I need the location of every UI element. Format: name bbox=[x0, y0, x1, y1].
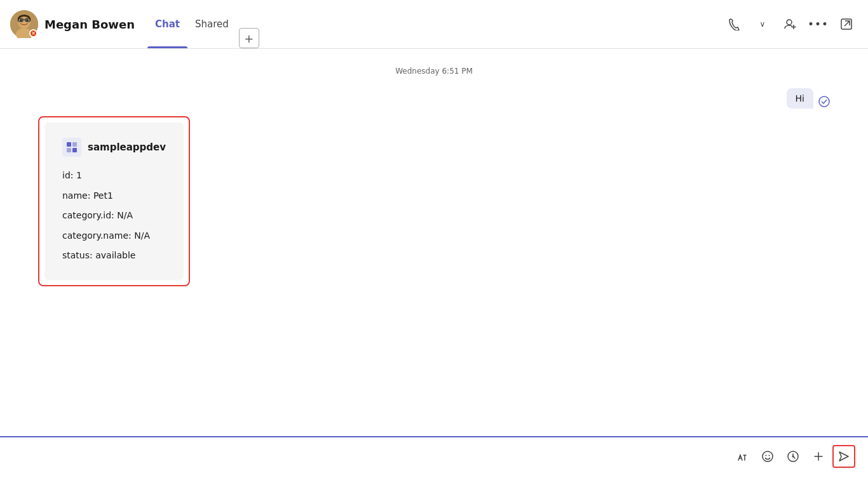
tab-shared[interactable]: Shared bbox=[187, 0, 236, 48]
chat-area: Wednesday 6:51 PM Hi bbox=[0, 49, 868, 436]
input-area bbox=[0, 436, 868, 478]
svg-rect-16 bbox=[67, 148, 71, 152]
svg-rect-17 bbox=[72, 148, 77, 152]
send-icon bbox=[838, 451, 850, 462]
card-field-status: status: available bbox=[62, 249, 166, 262]
add-person-icon bbox=[783, 17, 797, 31]
sticker-icon bbox=[787, 450, 799, 463]
sticker-button[interactable] bbox=[782, 445, 804, 468]
card-message-row: sampleappdev id: 1 name: Pet1 category.i… bbox=[38, 116, 830, 286]
emoji-icon bbox=[761, 450, 774, 463]
format-icon bbox=[736, 450, 749, 463]
add-tab-button[interactable]: + bbox=[239, 28, 259, 48]
add-person-button[interactable] bbox=[779, 13, 802, 36]
svg-point-20 bbox=[769, 455, 770, 456]
tab-area: Chat Shared + bbox=[147, 0, 259, 48]
svg-point-22 bbox=[792, 456, 794, 458]
svg-rect-14 bbox=[67, 142, 71, 147]
call-button[interactable] bbox=[723, 13, 746, 36]
card-app-name: sampleappdev bbox=[88, 142, 166, 153]
header: Megan Bowen Chat Shared + ∨ ••• bbox=[0, 0, 868, 49]
svg-rect-15 bbox=[72, 142, 77, 147]
card-app-icon bbox=[62, 138, 81, 157]
card-outer-border: sampleappdev id: 1 name: Pet1 category.i… bbox=[38, 116, 190, 286]
phone-icon bbox=[728, 18, 741, 30]
check-circle-icon bbox=[818, 96, 830, 107]
message-check-icon bbox=[818, 96, 830, 107]
call-chevron-button[interactable]: ∨ bbox=[751, 13, 774, 36]
card-field-category-id: category.id: N/A bbox=[62, 209, 166, 222]
svg-point-18 bbox=[763, 451, 773, 461]
sent-message-bubble: Hi bbox=[787, 88, 813, 109]
contact-name: Megan Bowen bbox=[44, 18, 135, 31]
app-grid-icon bbox=[65, 141, 78, 154]
format-button[interactable] bbox=[731, 445, 754, 468]
add-button[interactable] bbox=[807, 445, 830, 468]
add-icon bbox=[812, 450, 825, 463]
avatar-status-badge bbox=[29, 29, 37, 37]
card-field-name: name: Pet1 bbox=[62, 190, 166, 202]
more-options-button[interactable]: ••• bbox=[807, 13, 830, 36]
pop-out-button[interactable] bbox=[835, 13, 858, 36]
card-inner: sampleappdev id: 1 name: Pet1 category.i… bbox=[44, 123, 184, 280]
card-header: sampleappdev bbox=[62, 138, 166, 157]
svg-point-8 bbox=[787, 20, 792, 25]
input-toolbar bbox=[13, 445, 855, 468]
avatar-wrapper bbox=[10, 10, 38, 38]
svg-point-19 bbox=[766, 455, 767, 456]
tab-chat[interactable]: Chat bbox=[147, 0, 187, 48]
card-field-id: id: 1 bbox=[62, 169, 166, 182]
header-actions: ∨ ••• bbox=[723, 13, 858, 36]
pop-out-icon bbox=[840, 18, 853, 30]
svg-line-12 bbox=[844, 21, 850, 26]
emoji-button[interactable] bbox=[756, 445, 779, 468]
send-button[interactable] bbox=[832, 445, 855, 468]
sent-message-row: Hi bbox=[38, 88, 830, 109]
svg-marker-25 bbox=[839, 452, 848, 461]
svg-point-13 bbox=[819, 96, 829, 107]
card-field-category-name: category.name: N/A bbox=[62, 230, 166, 242]
message-timestamp: Wednesday 6:51 PM bbox=[38, 67, 830, 76]
